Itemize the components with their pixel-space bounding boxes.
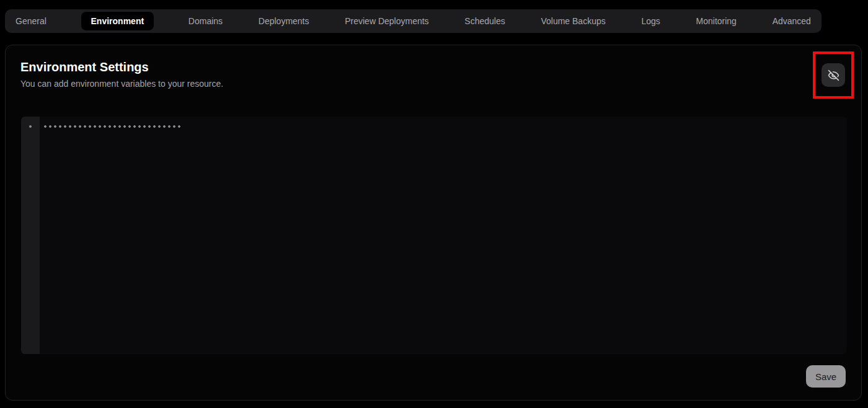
annotation-highlight-box (813, 51, 854, 99)
eye-off-icon (828, 69, 839, 81)
settings-tab-bar: General Environment Domains Deployments … (5, 9, 822, 33)
page-title: Environment Settings (20, 59, 149, 75)
tab-environment[interactable]: Environment (81, 12, 154, 30)
editor-line-gutter (21, 117, 40, 354)
tab-general[interactable]: General (14, 12, 48, 30)
editor-content-area[interactable] (40, 117, 847, 354)
tab-domains[interactable]: Domains (187, 12, 224, 30)
masked-env-value-dots (44, 125, 183, 128)
tab-deployments[interactable]: Deployments (257, 12, 311, 30)
tab-advanced[interactable]: Advanced (771, 12, 812, 30)
environment-settings-panel: Environment Settings You can add environ… (5, 45, 862, 401)
tab-logs[interactable]: Logs (640, 12, 661, 30)
save-button[interactable]: Save (806, 365, 846, 388)
env-variables-editor[interactable] (21, 117, 847, 354)
gutter-masked-line-marker (29, 125, 32, 128)
page-subtitle: You can add environment variables to you… (20, 78, 223, 90)
tab-schedules[interactable]: Schedules (463, 12, 506, 30)
tab-volume-backups[interactable]: Volume Backups (539, 12, 606, 30)
toggle-env-visibility-button[interactable] (822, 63, 845, 87)
tab-monitoring[interactable]: Monitoring (695, 12, 738, 30)
tab-preview-deployments[interactable]: Preview Deployments (343, 12, 430, 30)
